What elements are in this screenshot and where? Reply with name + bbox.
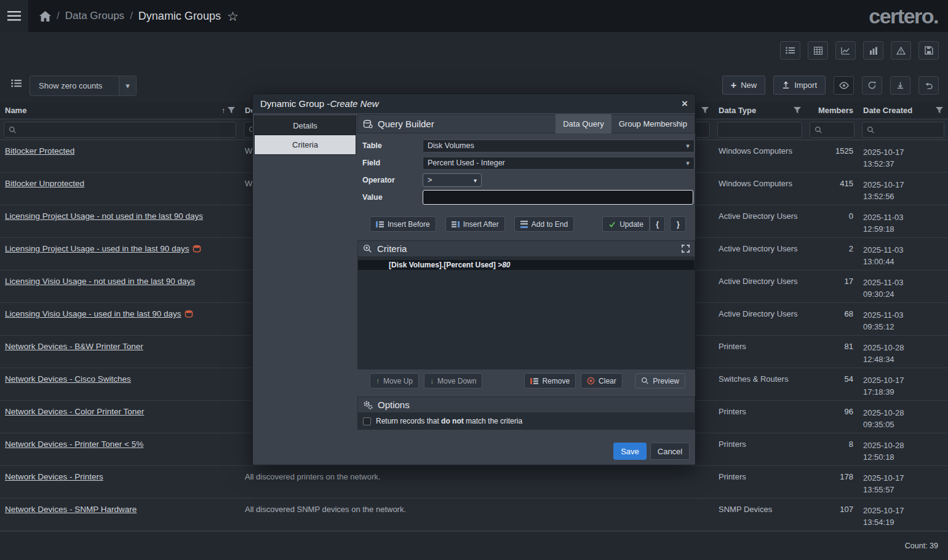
breadcrumb-separator: /: [57, 10, 60, 22]
preview-label: Preview: [653, 377, 679, 385]
save-button[interactable]: Save: [613, 443, 647, 460]
column-header-date-created[interactable]: Date Created: [858, 102, 948, 119]
criteria-expression-value: 80: [502, 261, 510, 269]
grid-footer: Count: 39: [0, 531, 948, 560]
insert-after-button[interactable]: Insert After: [445, 216, 505, 232]
filter-funnel-icon[interactable]: [228, 107, 235, 114]
group-name-link[interactable]: Network Devices - Cisco Switches: [5, 374, 131, 384]
row-date-created: 2025-10-1717:18:39: [858, 368, 948, 400]
menu-button[interactable]: [0, 0, 28, 32]
column-label: Members: [818, 106, 853, 115]
new-button[interactable]: + New: [722, 76, 765, 95]
group-name-link[interactable]: Licensing Project Usage - used in the la…: [5, 244, 189, 253]
row-members: 17: [806, 270, 858, 302]
data-type-filter-input[interactable]: [717, 122, 802, 138]
home-icon[interactable]: [39, 11, 51, 22]
insert-before-button[interactable]: Insert Before: [370, 216, 436, 232]
zero-counts-select[interactable]: Show zero counts ▾: [30, 76, 137, 96]
group-name-link[interactable]: Bitlocker Protected: [5, 146, 74, 156]
open-brace-button[interactable]: {: [650, 216, 666, 232]
operator-select[interactable]: > ▾: [423, 173, 482, 187]
export-button[interactable]: [890, 76, 910, 95]
move-up-button[interactable]: ↑ Move Up: [370, 373, 419, 388]
value-input[interactable]: [423, 190, 693, 205]
close-icon[interactable]: ×: [682, 98, 688, 109]
alerts-button[interactable]: [891, 41, 911, 60]
list-icon[interactable]: [11, 79, 22, 89]
date-created-filter-input[interactable]: [862, 122, 944, 138]
members-filter-input[interactable]: [810, 122, 854, 138]
dialog-title-emphasis: Create New: [330, 98, 378, 109]
group-name-link[interactable]: Licensing Visio Usage - used in the last…: [5, 309, 181, 318]
column-label: Date Created: [863, 106, 912, 115]
column-header-name[interactable]: Name ↑: [0, 102, 240, 119]
undo-button[interactable]: [918, 76, 939, 95]
row-data-type: Windows Computers: [714, 173, 806, 205]
close-brace-button[interactable]: }: [670, 216, 686, 232]
filter-funnel-icon[interactable]: [794, 107, 801, 114]
add-to-end-icon: [520, 221, 528, 228]
dialog-title: Dynamic Group -: [260, 98, 330, 109]
row-members: 68: [806, 303, 858, 335]
list-view-button[interactable]: [780, 41, 800, 60]
insert-after-label: Insert After: [463, 220, 499, 229]
update-button[interactable]: Update: [602, 216, 650, 232]
import-button[interactable]: Import: [773, 76, 826, 95]
tab-details[interactable]: Details: [255, 116, 356, 135]
group-name-link[interactable]: Network Devices - Color Printer Toner: [5, 407, 144, 416]
add-to-end-button[interactable]: Add to End: [514, 216, 574, 232]
preview-button[interactable]: Preview: [635, 373, 685, 388]
group-name-link[interactable]: Network Devices - SNMP Hardware: [5, 505, 137, 514]
save-view-button[interactable]: [918, 41, 939, 60]
operator-field-label: Operator: [362, 176, 423, 184]
visibility-button[interactable]: [834, 76, 854, 95]
clear-button[interactable]: Clear: [581, 373, 623, 388]
do-not-match-checkbox[interactable]: [363, 417, 371, 425]
grid-view-button[interactable]: [808, 41, 828, 60]
line-chart-icon: [841, 47, 850, 55]
search-icon: [867, 126, 875, 134]
group-name-link[interactable]: Bitlocker Unprotected: [5, 179, 84, 188]
table-field-label: Table: [362, 141, 423, 150]
remove-button[interactable]: Remove: [524, 373, 576, 388]
cancel-button[interactable]: Cancel: [650, 443, 690, 460]
move-down-button[interactable]: ↓ Move Down: [424, 373, 482, 388]
chevron-down-icon: ▾: [125, 81, 130, 90]
move-up-label: Move Up: [383, 377, 413, 385]
upload-icon: [782, 81, 790, 89]
tab-data-query[interactable]: Data Query: [556, 114, 611, 133]
grid-view-icon: [814, 47, 823, 55]
name-filter-input[interactable]: [4, 122, 236, 138]
row-data-type: Printers: [714, 433, 806, 465]
column-header-data-type[interactable]: Data Type: [714, 102, 806, 119]
bar-chart-button[interactable]: [863, 41, 883, 60]
refresh-icon: [867, 81, 877, 90]
download-icon: [896, 81, 904, 89]
row-members: 2: [806, 238, 858, 270]
tab-group-membership[interactable]: Group Membership: [611, 114, 695, 133]
breadcrumb-data-groups[interactable]: Data Groups: [65, 10, 124, 22]
expand-icon[interactable]: [681, 244, 690, 253]
refresh-button[interactable]: [862, 76, 882, 95]
filter-funnel-icon[interactable]: [701, 107, 709, 114]
group-name-link[interactable]: Network Devices - B&W Printer Toner: [5, 342, 143, 351]
remove-label: Remove: [542, 377, 570, 385]
favorite-star-icon[interactable]: ☆: [227, 10, 239, 23]
table-dropdown[interactable]: Disk Volumes ▾: [423, 140, 695, 152]
row-data-type: SNMP Devices: [714, 499, 806, 530]
view-toolbar: [0, 32, 948, 69]
filter-funnel-icon[interactable]: [936, 107, 943, 114]
insert-before-label: Insert Before: [388, 220, 430, 229]
group-name-link[interactable]: Licensing Visio Usage - not used in the …: [5, 277, 195, 286]
group-name-link[interactable]: Licensing Project Usage - not used in th…: [5, 211, 203, 221]
database-icon: [185, 310, 193, 320]
field-dropdown[interactable]: Percent Used - Integer ▾: [423, 157, 695, 170]
line-chart-button[interactable]: [835, 41, 856, 60]
column-header-members[interactable]: Members: [806, 102, 858, 119]
criteria-expression-row[interactable]: [Disk Volumes].[Percent Used] > 80: [358, 260, 695, 270]
tab-criteria[interactable]: Criteria: [255, 135, 356, 154]
group-name-link[interactable]: Network Devices - Printers: [5, 472, 103, 481]
group-name-link[interactable]: Network Devices - Printer Toner < 5%: [5, 440, 143, 449]
field-dropdown-value: Percent Used - Integer: [428, 159, 505, 167]
plus-icon: +: [731, 81, 736, 90]
